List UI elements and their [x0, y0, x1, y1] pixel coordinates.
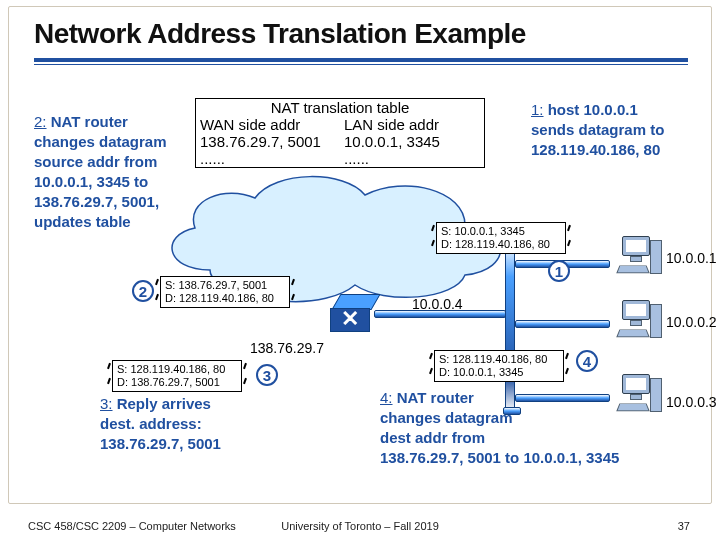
step2-line6: updates table — [34, 213, 131, 230]
packet3-dst: D: 138.76.29.7, 5001 — [117, 376, 237, 389]
step2-line4: 10.0.0.1, 3345 to — [34, 173, 148, 190]
packet4-tick-right — [562, 350, 572, 380]
router-lan-ip: 10.0.0.4 — [412, 296, 463, 312]
nat-router-icon: ✕ — [330, 294, 376, 334]
packet4-tick-left — [426, 350, 436, 380]
nat-table-headers: WAN side addr LAN side addr — [196, 116, 484, 133]
packet1-src: S: 10.0.0.1, 3345 — [441, 225, 561, 238]
packet4-dst: D: 10.0.0.1, 3345 — [439, 366, 559, 379]
step1-lead: 1: — [531, 101, 544, 118]
callout-step-3: 3: Reply arrives dest. address: 138.76.2… — [100, 394, 280, 454]
nat-row-wan-ellipsis: ...... — [196, 150, 340, 167]
nat-row-lan-ellipsis: ...... — [340, 150, 484, 167]
step4-lead: 4: — [380, 389, 393, 406]
packet1-tick-left — [428, 222, 438, 252]
packet-box-4: S: 128.119.40.186, 80 D: 10.0.0.1, 3345 — [434, 350, 564, 382]
step3-line1: Reply arrives — [113, 395, 211, 412]
step1-line1: host 10.0.0.1 — [544, 101, 638, 118]
step4-line2: changes datagram — [380, 409, 513, 426]
footer-page-number: 37 — [678, 520, 690, 532]
step2-lead: 2: — [34, 113, 47, 130]
step2-line5: 138.76.29.7, 5001, — [34, 193, 159, 210]
step3-line2: dest. address: — [100, 415, 202, 432]
title-rule-2 — [34, 64, 688, 65]
packet2-tick-right — [288, 276, 298, 306]
step1-line2: sends datagram to — [531, 121, 664, 138]
host3-ip: 10.0.0.3 — [666, 394, 717, 410]
step4-line1: NAT router — [393, 389, 474, 406]
nat-header-wan: WAN side addr — [196, 116, 340, 133]
nat-row-lan: 10.0.0.1, 3345 — [340, 133, 484, 150]
packet3-tick-right — [240, 360, 250, 390]
packet3-tick-left — [104, 360, 114, 390]
footer-university: University of Toronto – Fall 2019 — [0, 520, 720, 532]
router-public-ip: 138.76.29.7 — [250, 340, 324, 356]
packet1-dst: D: 128.119.40.186, 80 — [441, 238, 561, 251]
step-number-4: 4 — [576, 350, 598, 372]
host1-ip: 10.0.0.1 — [666, 250, 717, 266]
packet2-dst: D: 128.119.40.186, 80 — [165, 292, 285, 305]
packet-box-2: S: 138.76.29.7, 5001 D: 128.119.40.186, … — [160, 276, 290, 308]
nat-translation-table: NAT translation table WAN side addr LAN … — [195, 98, 485, 168]
step4-line3: dest addr from — [380, 429, 485, 446]
step1-line3: 128.119.40.186, 80 — [531, 141, 660, 158]
packet2-src: S: 138.76.29.7, 5001 — [165, 279, 285, 292]
packet4-src: S: 128.119.40.186, 80 — [439, 353, 559, 366]
step2-line2: changes datagram — [34, 133, 167, 150]
host-2-icon — [614, 300, 664, 344]
step3-line3: 138.76.29.7, 5001 — [100, 435, 221, 452]
step4-line4: 138.76.29.7, 5001 to 10.0.0.1, 3345 — [380, 449, 619, 466]
host-3-icon — [614, 374, 664, 418]
title-rule-1 — [34, 58, 688, 62]
packet-box-3: S: 128.119.40.186, 80 D: 138.76.29.7, 50… — [112, 360, 242, 392]
lan-stub-2 — [515, 320, 610, 328]
lan-stub-3 — [515, 394, 610, 402]
packet1-tick-right — [564, 222, 574, 252]
nat-table-row: 138.76.29.7, 5001 10.0.0.1, 3345 — [196, 133, 484, 150]
step2-line1: NAT router — [47, 113, 128, 130]
slide-title: Network Address Translation Example — [34, 18, 526, 50]
nat-header-lan: LAN side addr — [340, 116, 484, 133]
host-1-icon — [614, 236, 664, 280]
step-number-1: 1 — [548, 260, 570, 282]
step3-lead: 3: — [100, 395, 113, 412]
callout-step-1: 1: host 10.0.0.1 sends datagram to 128.1… — [531, 100, 706, 160]
packet-box-1: S: 10.0.0.1, 3345 D: 128.119.40.186, 80 — [436, 222, 566, 254]
nat-table-row: ...... ...... — [196, 150, 484, 167]
step-number-2: 2 — [132, 280, 154, 302]
lan-backbone-icon — [505, 242, 515, 412]
host2-ip: 10.0.0.2 — [666, 314, 717, 330]
nat-row-wan: 138.76.29.7, 5001 — [196, 133, 340, 150]
step2-line3: source addr from — [34, 153, 157, 170]
packet3-src: S: 128.119.40.186, 80 — [117, 363, 237, 376]
step-number-3: 3 — [256, 364, 278, 386]
nat-table-title: NAT translation table — [196, 99, 484, 116]
